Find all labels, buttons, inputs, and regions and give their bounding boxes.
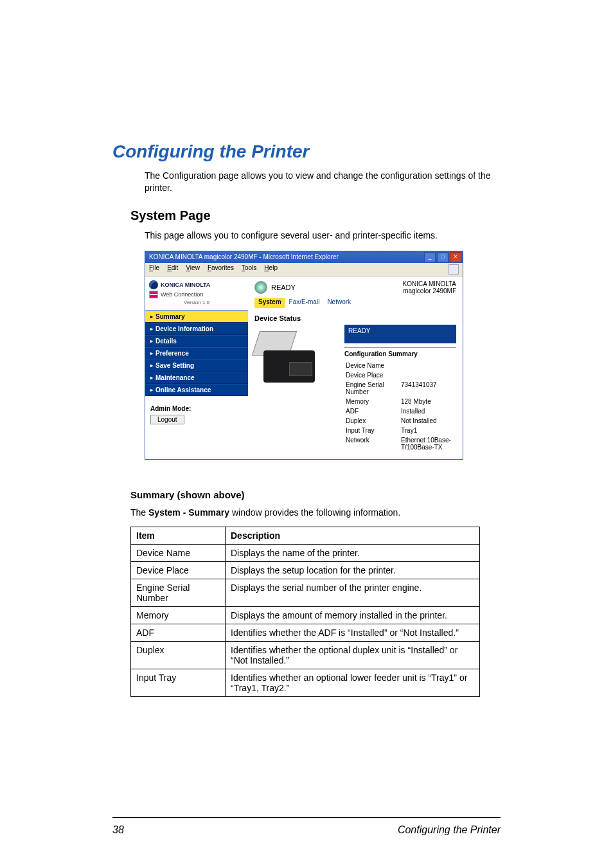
- sidebar-item-online-assistance[interactable]: ▸Online Assistance: [145, 384, 248, 396]
- config-row: Engine Serial Number7341341037: [346, 381, 455, 396]
- menu-edit[interactable]: Edit: [167, 264, 178, 275]
- page-number: 38: [112, 824, 124, 836]
- menu-favorites[interactable]: Favorites: [208, 264, 234, 275]
- col-item: Item: [131, 527, 226, 544]
- chevron-right-icon: ▸: [150, 363, 153, 368]
- config-row: Memory128 Mbyte: [346, 397, 455, 406]
- tab-fax-email[interactable]: Fax/E-mail: [285, 298, 324, 308]
- summary-heading: Summary (shown above): [130, 489, 501, 500]
- menubar: File Edit View Favorites Tools Help: [145, 263, 463, 276]
- window-title: KONICA MINOLTA magicolor 2490MF - Micros…: [149, 253, 339, 260]
- table-row: Device NameDisplays the name of the prin…: [131, 544, 480, 561]
- table-row: MemoryDisplays the amount of memory inst…: [131, 606, 480, 624]
- summary-line: The System - Summary window provides the…: [130, 507, 501, 519]
- ie-window: KONICA MINOLTA magicolor 2490MF - Micros…: [145, 251, 463, 460]
- sidebar-nav: ▸Summary ▸Device Information ▸Details ▸P…: [145, 311, 248, 396]
- km-logo: KONICA MINOLTA: [149, 280, 244, 289]
- close-icon[interactable]: ×: [450, 252, 461, 262]
- chevron-right-icon: ▸: [150, 338, 153, 344]
- tab-network[interactable]: Network: [323, 298, 355, 308]
- chevron-right-icon: ▸: [150, 314, 153, 320]
- config-summary-title: Configuration Summary: [344, 350, 456, 357]
- sidebar: KONICA MINOLTA Web Connection Version 1.…: [145, 276, 248, 459]
- main-tabs: System Fax/E-mail Network: [254, 298, 456, 308]
- menu-view[interactable]: View: [186, 264, 200, 275]
- menu-file[interactable]: File: [149, 264, 159, 275]
- table-row: Device PlaceDisplays the setup location …: [131, 561, 480, 579]
- maximize-icon[interactable]: □: [437, 252, 449, 262]
- chevron-right-icon: ▸: [150, 387, 153, 393]
- info-table: Item Description Device NameDisplays the…: [130, 527, 480, 697]
- version-label: Version 1.0: [149, 300, 244, 305]
- table-row: Input TrayIdentifies whether an optional…: [131, 669, 480, 696]
- minimize-icon[interactable]: _: [424, 252, 436, 262]
- divider: [344, 347, 456, 348]
- page-title: Configuring the Printer: [112, 141, 501, 162]
- footer-text: Configuring the Printer: [398, 824, 501, 836]
- status-globe-icon: [254, 281, 267, 294]
- ready-banner: READY: [344, 325, 456, 343]
- tab-system[interactable]: System: [254, 298, 285, 308]
- brand-sub: Web Connection: [161, 291, 203, 298]
- titlebar: KONICA MINOLTA magicolor 2490MF - Micros…: [145, 251, 463, 263]
- sidebar-item-summary[interactable]: ▸Summary: [145, 311, 248, 323]
- device-status-title: Device Status: [254, 314, 456, 322]
- section-desc: This page allows you to configure severa…: [145, 230, 501, 242]
- config-row: Device Name: [346, 361, 455, 370]
- sidebar-item-details[interactable]: ▸Details: [145, 335, 248, 347]
- table-row: Engine Serial NumberDisplays the serial …: [131, 579, 480, 606]
- sidebar-item-preference[interactable]: ▸Preference: [145, 347, 248, 359]
- chevron-right-icon: ▸: [150, 326, 153, 332]
- brand-name: KONICA MINOLTA: [161, 282, 210, 288]
- status-text: READY: [271, 284, 296, 291]
- logout-button[interactable]: Logout: [150, 415, 184, 424]
- config-row: ADFInstalled: [346, 407, 455, 415]
- sidebar-item-save-setting[interactable]: ▸Save Setting: [145, 359, 248, 372]
- config-summary-table: Device Name Device Place Engine Serial N…: [344, 360, 456, 453]
- printer-image: [254, 325, 332, 389]
- menu-help[interactable]: Help: [264, 264, 278, 275]
- sidebar-item-device-information[interactable]: ▸Device Information: [145, 323, 248, 335]
- section-heading: System Page: [130, 208, 501, 223]
- config-row: Input TrayTray1: [346, 426, 455, 435]
- config-row: Device Place: [346, 371, 455, 379]
- table-row: ADFIdentifies whether the ADF is “Instal…: [131, 624, 480, 641]
- sidebar-item-maintenance[interactable]: ▸Maintenance: [145, 372, 248, 384]
- table-row: DuplexIdentifies whether the optional du…: [131, 641, 480, 669]
- chevron-right-icon: ▸: [150, 350, 153, 356]
- km-globe-icon: [149, 280, 158, 289]
- col-desc: Description: [226, 527, 480, 544]
- admin-mode-label: Admin Mode:: [150, 405, 243, 412]
- device-model-label: KONICA MINOLTAmagicolor 2490MF: [402, 280, 456, 295]
- menu-tools[interactable]: Tools: [242, 264, 256, 275]
- config-row: NetworkEthernet 10Base-T/100Base-TX: [346, 436, 455, 451]
- table-header-row: Item Description: [131, 527, 480, 544]
- ie-logo-icon: [449, 264, 459, 275]
- footer-rule: [112, 817, 501, 818]
- pagescope-icon: [149, 291, 158, 298]
- intro-text: The Configuration page allows you to vie…: [145, 170, 501, 194]
- chevron-right-icon: ▸: [150, 375, 153, 381]
- config-row: DuplexNot Installed: [346, 417, 455, 425]
- printer-panel-icon: [289, 362, 312, 376]
- ready-banner-text: READY: [344, 326, 456, 336]
